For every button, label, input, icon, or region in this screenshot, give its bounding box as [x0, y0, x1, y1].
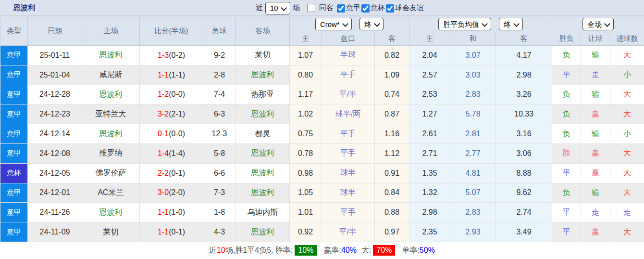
away-team-cell: 恩波利 — [236, 143, 290, 163]
avg-select[interactable]: 胜平负均值 — [438, 18, 491, 30]
away-team-cell: 恩波利 — [236, 65, 290, 85]
serie-a-checkbox[interactable] — [337, 4, 345, 13]
league-cell: 意甲 — [0, 183, 28, 203]
over-rate-badge: 70% — [373, 245, 395, 256]
avg-away-cell: 8.88 — [496, 163, 552, 183]
match-row: 意甲 25-01-04 威尼斯 1-1(1-1) 2-8 恩波利 0.80 平手… — [0, 65, 644, 85]
result-goals-cell: 小 — [610, 65, 644, 85]
odds-away-cell: 1.16 — [375, 124, 409, 144]
subheader-handicap: 盘口 — [322, 32, 375, 46]
scope-select[interactable]: 全场 — [582, 18, 614, 30]
league-cell: 意甲 — [0, 85, 28, 104]
scope-select-wrap: 全场 — [582, 18, 614, 30]
subheader-odds-away: 客 — [375, 32, 409, 46]
result-handicap-cell: 走 — [581, 203, 610, 222]
result-goals-cell: 大 — [610, 85, 644, 104]
date-cell: 24-12-05 — [28, 163, 82, 183]
corner-cell: 2-8 — [203, 65, 236, 85]
avg-away-cell: 4.17 — [496, 46, 552, 65]
avg-home-cell: 2.98 — [409, 203, 450, 222]
away-team-cell: 乌迪内斯 — [236, 203, 290, 222]
coppa-checkbox[interactable] — [361, 4, 370, 13]
corner-cell: 12-3 — [203, 124, 236, 144]
result-goals-cell: 大 — [610, 46, 644, 65]
avg-away-cell: 9.62 — [496, 183, 552, 203]
same-opponent-checkbox[interactable] — [307, 4, 315, 12]
score-cell: 3-2(2-1) — [140, 104, 203, 124]
avg-home-cell: 1.27 — [409, 104, 450, 124]
single-pct: 50% — [420, 246, 435, 255]
avg-draw-cell: 2.83 — [450, 203, 496, 222]
corner-cell: 4-3 — [203, 222, 236, 242]
date-cell: 24-12-01 — [28, 183, 82, 203]
odds-away-cell: 1.09 — [375, 65, 409, 85]
score-cell: 0-1(0-0) — [140, 124, 203, 144]
result-goals-cell: 小 — [610, 124, 644, 144]
avg-draw-cell: 3.07 — [450, 46, 496, 65]
avg-select-wrap: 胜平负均值 — [438, 18, 491, 30]
same-opponent-label: 同客 — [319, 3, 334, 13]
single-label: 单率: — [402, 246, 419, 256]
matches-label: 场 — [293, 3, 300, 13]
avg-final-select[interactable]: 终 — [499, 18, 523, 30]
match-row: 意杯 24-12-05 佛罗伦萨 2-2(0-1) 6-6 恩波利 0.98 球… — [0, 163, 644, 183]
odds-final-select-wrap: 终 — [359, 18, 384, 30]
home-team-cell: 恩波利 — [82, 203, 140, 222]
avg-home-cell: 2.71 — [409, 143, 450, 163]
handicap-win-label: 赢率: — [323, 246, 341, 256]
avg-group-header: 胜平负均值 终 — [409, 16, 552, 32]
result-handicap-cell: 赢 — [581, 143, 610, 163]
date-cell: 24-11-26 — [28, 203, 82, 222]
result-handicap-cell: 输 — [581, 85, 610, 104]
handicap-cell: 球半 — [322, 163, 375, 183]
odds-away-cell: 0.91 — [375, 163, 409, 183]
avg-home-cell: 2.35 — [409, 222, 450, 242]
avg-home-cell: 2.61 — [409, 124, 450, 144]
result-wdl-cell: 平 — [552, 203, 581, 222]
match-row: 意甲 24-12-14 恩波利 0-1(0-0) 12-3 都灵 0.75 平手… — [0, 124, 644, 144]
avg-home-cell: 2.53 — [409, 85, 450, 104]
table-body: 意甲 25-01-11 恩波利 1-3(0-2) 9-2 莱切 1.07 半球 … — [0, 46, 644, 242]
odds-away-cell: 1.12 — [375, 143, 409, 163]
match-count-select[interactable]: 10 — [265, 2, 290, 14]
handicap-cell: 平手 — [322, 143, 375, 163]
result-wdl-cell: 负 — [552, 46, 581, 65]
col-header-corner: 角球 — [203, 16, 236, 46]
col-header-score: 比分(半场) — [140, 16, 203, 46]
date-cell: 24-12-14 — [28, 124, 82, 144]
home-team-cell: 莱切 — [82, 222, 140, 242]
odds-home-cell: 1.05 — [290, 183, 322, 203]
handicap-win-pct: 40% — [341, 246, 357, 255]
subheader-wdl: 胜负 — [552, 32, 581, 46]
match-row: 意甲 24-12-01 AC米兰 3-0(2-0) 7-3 恩波利 1.05 球… — [0, 183, 644, 203]
subheader-avg-home: 主 — [409, 32, 450, 46]
filter-controls: 近 10 场 同客 意甲 意杯 球会友谊 — [253, 0, 424, 16]
odds-final-select[interactable]: 终 — [359, 18, 384, 30]
avg-away-cell: 3.06 — [496, 143, 552, 163]
date-cell: 25-01-11 — [28, 46, 82, 65]
subheader-avg-away: 客 — [496, 32, 552, 46]
score-cell: 1-1(1-0) — [140, 203, 203, 222]
away-team-cell: 都灵 — [236, 124, 290, 144]
corner-cell: 7-4 — [203, 85, 236, 104]
serie-a-filter: 意甲 — [336, 3, 360, 13]
handicap-cell: 平/半 — [322, 222, 375, 242]
avg-draw-cell: 5.07 — [450, 183, 496, 203]
avg-home-cell: 1.35 — [409, 163, 450, 183]
home-team-cell: 维罗纳 — [82, 143, 140, 163]
stats-summary-bar: 近10场,胜1平4负5, 胜率: 10% 赢率:40% 大: 70% 单率:50… — [0, 242, 644, 259]
result-wdl-cell: 负 — [552, 124, 581, 144]
league-cell: 意甲 — [0, 46, 28, 65]
avg-away-cell: 10.33 — [496, 104, 552, 124]
avg-draw-cell: 5.78 — [450, 104, 496, 124]
score-cell: 1-2(0-0) — [140, 85, 203, 104]
avg-home-cell: 1.32 — [409, 183, 450, 203]
summary-recent-label: 近 — [209, 246, 217, 256]
bookmaker-select[interactable]: Crow* — [315, 18, 352, 30]
home-team-cell: 佛罗伦萨 — [82, 163, 140, 183]
avg-draw-cell: 2.77 — [450, 143, 496, 163]
match-row: 意甲 24-12-28 恩波利 1-2(0-0) 7-4 热那亚 1.17 平/… — [0, 85, 644, 104]
friendly-checkbox[interactable] — [386, 4, 394, 13]
avg-draw-cell: 3.03 — [450, 65, 496, 85]
avg-home-cell: 2.57 — [409, 65, 450, 85]
